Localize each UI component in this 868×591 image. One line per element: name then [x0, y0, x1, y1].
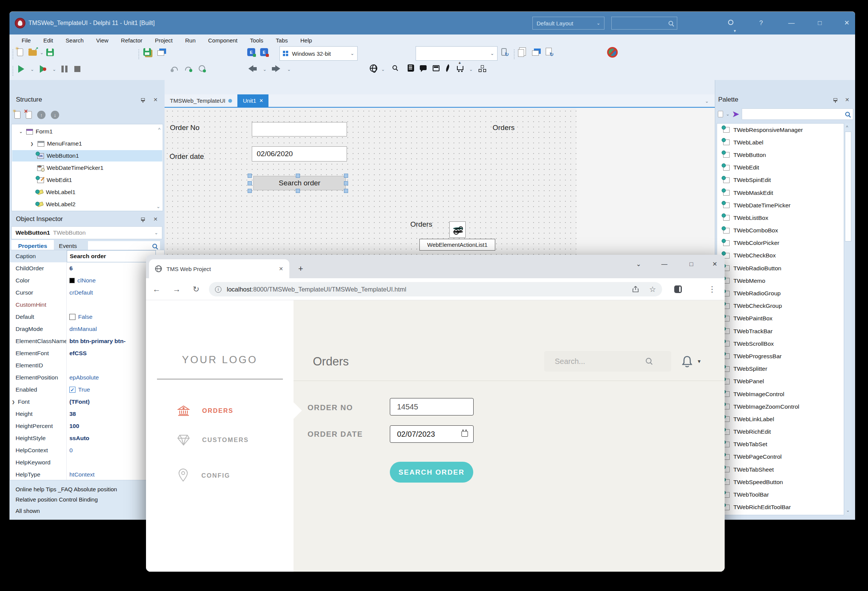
tree-item-webdatetimepicker1[interactable]: WebDateTimePicker1	[12, 162, 162, 174]
device-refresh-button[interactable]	[501, 48, 507, 56]
expander-closed-icon[interactable]: ❯	[30, 142, 35, 146]
palette-item[interactable]: TWebDateTimePicker	[717, 199, 844, 212]
toolbar-grip[interactable]	[514, 49, 515, 59]
expander-open-icon[interactable]: ⌄	[19, 129, 24, 134]
palette-item[interactable]: TWebCheckGroup	[717, 300, 844, 312]
property-row[interactable]: HelpKeyword	[10, 456, 164, 469]
palette-item[interactable]: TWebEdit	[717, 161, 844, 174]
close-icon[interactable]: ✕	[845, 97, 849, 103]
footer-links[interactable]: Relative position Control Binding	[16, 494, 159, 505]
page-search-input[interactable]	[544, 351, 671, 372]
toolbar-grip[interactable]	[138, 49, 140, 59]
property-row[interactable]: CaptionSearch order	[10, 250, 164, 262]
menu-item[interactable]: View	[96, 37, 108, 44]
property-row[interactable]: HeightPercent100	[10, 420, 164, 432]
calendar-button[interactable]	[433, 65, 439, 71]
palette-item[interactable]: TWebProgressBar	[717, 350, 844, 362]
designer-order-date-input[interactable]	[252, 146, 347, 161]
palette-item[interactable]: TWebListBox	[717, 212, 844, 224]
getit-button[interactable]	[457, 64, 463, 70]
browser-close-button[interactable]: ✕	[707, 255, 722, 274]
debug-target-select[interactable]: ⌄	[416, 46, 498, 61]
ide-search-input[interactable]	[611, 17, 677, 30]
checkbox-checked-icon[interactable]: ✓	[69, 387, 75, 393]
add-unit-button[interactable]: E	[247, 48, 255, 56]
browser-minimize-button[interactable]: —	[657, 255, 672, 274]
menu-item[interactable]: Search	[66, 37, 84, 44]
property-row[interactable]: CustomHint	[10, 299, 164, 311]
property-row[interactable]: DragModedmManual	[10, 323, 164, 335]
bell-icon[interactable]	[681, 355, 693, 368]
step-over-button[interactable]	[171, 67, 178, 71]
debug-run-button[interactable]	[40, 65, 46, 73]
webelementactionlist-component[interactable]	[449, 221, 466, 238]
property-row[interactable]: ElementFontefCSS	[10, 347, 164, 359]
search-tool-button[interactable]	[392, 65, 397, 70]
getit-dropdown[interactable]: ⌄	[469, 67, 473, 72]
property-row[interactable]: HeightStylessAuto	[10, 432, 164, 444]
palette-item[interactable]: TWebRadioGroup	[717, 287, 844, 299]
designer-orders-label[interactable]: Orders	[493, 124, 515, 132]
menu-item[interactable]: File	[22, 37, 31, 44]
select-cursor-icon[interactable]: ➤	[732, 109, 739, 119]
pin-icon[interactable]	[833, 98, 837, 101]
tab-search-chevron[interactable]: ⌄	[631, 255, 646, 274]
selection-handle[interactable]	[344, 181, 348, 185]
checkbox-unchecked-icon[interactable]	[69, 314, 75, 320]
save-button[interactable]	[46, 49, 54, 56]
copy-button[interactable]	[518, 48, 524, 57]
open-file-button[interactable]	[28, 50, 37, 56]
scroll-up-icon[interactable]: ^	[158, 127, 160, 132]
palette-item[interactable]: TWebImageZoomControl	[717, 400, 844, 413]
palette-item[interactable]: TWebScrollBox	[717, 337, 844, 350]
palette-item[interactable]: TWebLabel	[717, 136, 844, 149]
property-row[interactable]: ChildOrder6	[10, 262, 164, 274]
toolbar-grip[interactable]	[13, 66, 14, 76]
menu-item[interactable]: Refactor	[121, 37, 143, 44]
footer-links[interactable]: Online help Tips _FAQ Absolute position	[16, 484, 159, 494]
designer-order-no-input[interactable]	[252, 122, 347, 136]
move-up-icon[interactable]: ↑	[37, 111, 46, 119]
tree-item-weblabel1[interactable]: WebLabel1	[12, 187, 162, 198]
delete-item-icon[interactable]	[26, 111, 32, 119]
browser-reload-button[interactable]: ↻	[188, 278, 204, 300]
share-icon[interactable]	[632, 285, 639, 293]
close-icon[interactable]: ✕	[153, 216, 158, 222]
scroll-down-icon[interactable]: ⌄	[846, 508, 850, 513]
selection-handle[interactable]	[248, 181, 252, 185]
property-value[interactable]: True	[78, 386, 90, 393]
menu-item[interactable]: Project	[155, 37, 173, 44]
property-row[interactable]: ElementID	[10, 359, 164, 372]
browser-tab[interactable]: TMS Web Project ✕	[149, 259, 289, 278]
calendar-icon[interactable]	[461, 431, 468, 437]
palette-item[interactable]: TWebRichEditToolBar	[717, 501, 844, 514]
navigate-forward-dropdown[interactable]: ⌄	[287, 67, 291, 72]
palette-item[interactable]: TWebMaskEdit	[717, 187, 844, 199]
open-dropdown[interactable]: ⌄	[40, 50, 44, 55]
search-order-button[interactable]: SEARCH ORDER	[390, 462, 473, 483]
trace-into-button[interactable]	[185, 67, 191, 71]
run-until-return-button[interactable]	[199, 65, 205, 72]
component-mode-icon[interactable]	[718, 111, 723, 118]
browser-forward-button[interactable]: →	[169, 278, 184, 300]
palette-item[interactable]: TWebTabSheet	[717, 463, 844, 476]
designer-order-date-label[interactable]: Order date	[170, 152, 204, 161]
close-icon[interactable]: ✕	[153, 97, 158, 103]
palette-item[interactable]: TWebTabSet	[717, 438, 844, 451]
address-bar[interactable]: i localhost:8000/TMSWeb_TemplateUI/TMSWe…	[209, 282, 662, 296]
nav-item-orders[interactable]: ORDERS	[146, 399, 294, 422]
property-row[interactable]: ElementPositionepAbsolute	[10, 372, 164, 384]
tab-unit1[interactable]: Unit1 ✕	[237, 94, 268, 107]
palette-item[interactable]: TWebComboBox	[717, 224, 844, 237]
scroll-down-icon[interactable]: ⌄	[156, 204, 160, 209]
info-icon[interactable]: i	[215, 286, 221, 293]
browser-back-button[interactable]: ←	[149, 278, 164, 300]
palette-scrollbar[interactable]: ^ ⌄	[844, 123, 852, 515]
refresh-project-button[interactable]	[546, 48, 552, 55]
designer-search-order-button[interactable]: Search order	[253, 176, 346, 190]
save-all-button[interactable]	[143, 48, 151, 56]
docs-button[interactable]	[408, 64, 414, 72]
palette-item[interactable]: TWebPageControl	[717, 451, 844, 463]
new-file-button[interactable]	[17, 49, 23, 56]
web-browser-dropdown[interactable]: ⌄	[381, 67, 385, 72]
